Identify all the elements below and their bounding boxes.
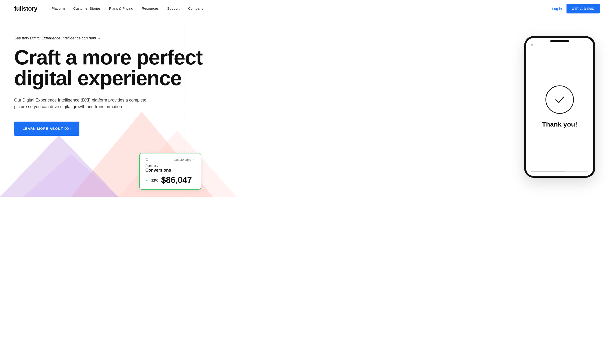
nav-item-platform[interactable]: Platform xyxy=(52,6,65,10)
card-title: Purchase xyxy=(145,164,195,167)
hero-content: See how Digital Experience Intelligence … xyxy=(14,36,600,136)
nav-item-support[interactable]: Support xyxy=(167,6,180,10)
hero-subtext: Our Digital Experience Intelligence (DXI… xyxy=(14,97,149,110)
login-link[interactable]: Log in xyxy=(552,7,562,11)
phone-progress-fill xyxy=(531,171,565,172)
hero-tag[interactable]: See how Digital Experience Intelligence … xyxy=(14,36,600,40)
card-value-row: ▲ 12% $86,047 xyxy=(145,175,195,185)
nav-item-customer-stories[interactable]: Customer Stories xyxy=(73,6,101,10)
hero-section: See how Digital Experience Intelligence … xyxy=(0,17,614,197)
phone-screen: Thank you! xyxy=(526,38,593,176)
phone-thank-you: Thank you! xyxy=(542,120,577,129)
hero-headline: Craft a more perfect digital experience xyxy=(14,47,208,89)
card-period: Last 30 days ⋮ xyxy=(174,158,195,161)
card-amount: $86,047 xyxy=(161,175,192,185)
check-circle-icon xyxy=(546,85,574,114)
logo[interactable]: fullstory xyxy=(14,5,37,12)
card-label: Conversions xyxy=(145,168,195,173)
nav-item-plans-pricing[interactable]: Plans & Pricing xyxy=(109,6,133,10)
svg-marker-4 xyxy=(24,154,118,197)
phone-notch xyxy=(550,40,569,42)
navigation: fullstory Platform Customer Stories Plan… xyxy=(0,0,614,17)
nav-item-resources[interactable]: Resources xyxy=(142,6,159,10)
svg-marker-2 xyxy=(0,135,118,197)
phone-mockup: × Thank you! xyxy=(524,36,595,178)
nav-item-company[interactable]: Company xyxy=(188,6,203,10)
conversion-card: ⏱ Last 30 days ⋮ Purchase Conversions ▲ … xyxy=(139,153,201,190)
close-icon: × xyxy=(531,43,533,47)
nav-links: Platform Customer Stories Plans & Pricin… xyxy=(52,6,552,11)
trend-up-icon: ▲ xyxy=(145,179,149,182)
clock-icon: ⏱ xyxy=(145,158,149,161)
learn-more-button[interactable]: LEARN MORE ABOUT DXI xyxy=(14,122,79,136)
nav-actions: Log in GET A DEMO xyxy=(552,4,600,13)
card-header-left: ⏱ xyxy=(145,158,149,161)
card-percentage: 12% xyxy=(151,178,158,182)
get-demo-button[interactable]: GET A DEMO xyxy=(567,4,600,13)
card-header: ⏱ Last 30 days ⋮ xyxy=(145,158,195,161)
phone-progress-bar xyxy=(531,171,588,172)
